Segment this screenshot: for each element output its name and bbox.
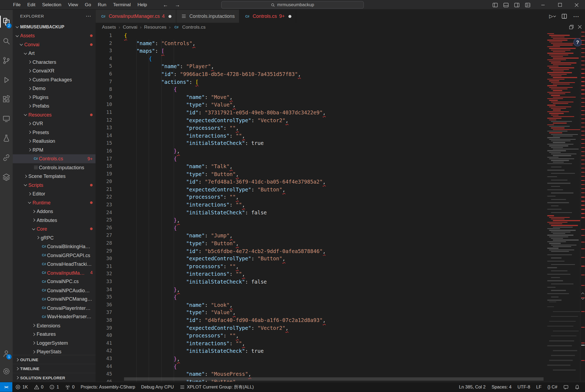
tree-item-convaixr[interactable]: ConvaiXR xyxy=(13,67,96,75)
tree-item-wavheaderparser-cs[interactable]: C#WavHeaderParser.cs xyxy=(13,312,96,321)
status-feedback[interactable] xyxy=(560,382,571,392)
tree-item-convaiinputma[interactable]: C#ConvaiInputMa…4 xyxy=(13,268,96,277)
status-ln-385-col-2[interactable]: Ln 385, Col 2 xyxy=(456,382,489,392)
tree-item-addons[interactable]: Addons xyxy=(13,207,96,216)
status-spaces-4[interactable]: Spaces: 4 xyxy=(488,382,514,392)
tree-item-extensions[interactable]: Extensions xyxy=(13,321,96,330)
tree-item-convainpcaudiom[interactable]: C#ConvaiNPCAudioM… xyxy=(13,286,96,295)
tree-item-convaiblinkinghan[interactable]: C#ConvaiBlinkingHan… xyxy=(13,242,96,251)
tree-item-convainpc-cs[interactable]: C#ConvaiNPC.cs xyxy=(13,277,96,286)
toggle-secondary-sidebar-icon[interactable] xyxy=(514,2,520,8)
menu-terminal[interactable]: Terminal xyxy=(110,0,134,9)
run-button[interactable]: ▷ xyxy=(549,14,555,19)
close-icon[interactable] xyxy=(577,25,582,29)
menu-selection[interactable]: Selection xyxy=(39,0,65,9)
menu-run[interactable]: Run xyxy=(94,0,110,9)
tab-convaiinputmanager-cs[interactable]: C#ConvaiInputManager.cs4 xyxy=(96,10,176,23)
status-utf-8[interactable]: UTF-8 xyxy=(514,382,533,392)
tree-item-convaiheadtrackin[interactable]: C#ConvaiHeadTrackin… xyxy=(13,260,96,268)
minimap[interactable] xyxy=(547,32,580,382)
horizontal-scrollbar[interactable] xyxy=(124,377,544,381)
tree-item-editor[interactable]: Editor xyxy=(13,190,96,198)
tree-item-prefabs[interactable]: Prefabs xyxy=(13,102,96,110)
tree-item-rpm[interactable]: RPM xyxy=(13,145,96,154)
status-list[interactable]: XPLOT Current Group: 所有(ALL) xyxy=(177,382,257,392)
activity-explorer[interactable]: 2 xyxy=(0,12,13,31)
toggle-primary-sidebar-icon[interactable] xyxy=(492,2,498,8)
tree-item-convai[interactable]: Convai xyxy=(13,40,96,49)
status-projects-assembly-csharp[interactable]: Projects: Assembly-CSharp xyxy=(78,382,138,392)
section-outline[interactable]: OUTLINE xyxy=(13,355,96,364)
activity-search[interactable] xyxy=(0,31,13,51)
activity-source-control[interactable] xyxy=(0,51,13,70)
menu-view[interactable]: View xyxy=(65,0,81,9)
status-warning[interactable]: 0 xyxy=(31,382,46,392)
menu-file[interactable]: File xyxy=(10,0,24,9)
command-center[interactable]: mrmuseumbackup xyxy=(221,1,364,9)
tree-item-scene-templates[interactable]: Scene Templates xyxy=(13,172,96,181)
activity-settings[interactable] xyxy=(0,362,13,380)
tree-item-grpc[interactable]: gRPC xyxy=(13,233,96,242)
activity-extensions[interactable] xyxy=(0,90,13,109)
maximize-icon[interactable] xyxy=(551,0,568,10)
status-ports[interactable]: 0 xyxy=(62,382,78,392)
chevron-down-icon[interactable] xyxy=(581,297,584,300)
tree-item-art[interactable]: Art xyxy=(13,49,96,58)
menu-go[interactable]: Go xyxy=(81,0,94,9)
activity-references[interactable] xyxy=(0,148,13,167)
tree-item-features[interactable]: Features xyxy=(13,330,96,338)
tab-controls-inputactions[interactable]: Controls.inputactions xyxy=(176,10,240,23)
tree-item-controls-cs[interactable]: C#Controls.cs9+ xyxy=(13,154,96,163)
tree-item-assets[interactable]: Assets xyxy=(13,31,96,40)
section-timeline[interactable]: TIMELINE xyxy=(13,364,96,373)
tree-item-playerstats[interactable]: PlayerStats xyxy=(13,347,96,355)
tree-item-resources[interactable]: Resources xyxy=(13,110,96,119)
remote-indicator[interactable]: >< xyxy=(0,382,12,392)
tree-item-plugins[interactable]: Plugins xyxy=(13,93,96,101)
more-actions-icon[interactable]: ⋯ xyxy=(86,13,91,19)
help-button[interactable]: ? xyxy=(573,38,581,46)
chevron-up-icon[interactable] xyxy=(581,293,584,296)
tree-item-convaigrpcapi-cs[interactable]: C#ConvaiGRPCAPI.cs xyxy=(13,251,96,260)
forward-arrow-icon[interactable]: → xyxy=(175,2,180,8)
tree-item-reallusion[interactable]: Reallusion xyxy=(13,137,96,145)
tree-item-custom-packages[interactable]: Custom Packages xyxy=(13,75,96,84)
tree-item-loggersystem[interactable]: LoggerSystem xyxy=(13,339,96,347)
activity-layers[interactable] xyxy=(0,167,13,187)
tab-controls-cs[interactable]: C#Controls.cs9+ xyxy=(240,10,296,23)
status-bell[interactable] xyxy=(571,382,583,392)
menu-edit[interactable]: Edit xyxy=(24,0,39,9)
minimize-icon[interactable] xyxy=(534,0,551,10)
close-icon[interactable] xyxy=(568,0,585,10)
menu-help[interactable]: Help xyxy=(134,0,150,9)
more-actions-icon[interactable]: ⋯ xyxy=(573,13,579,20)
tree-item-ovr[interactable]: OVR xyxy=(13,119,96,128)
workspace-root[interactable]: MRMUSEUMBACKUP xyxy=(13,22,96,31)
status-debug-any-cpu[interactable]: Debug Any CPU xyxy=(138,382,177,392)
tree-item-characters[interactable]: Characters xyxy=(13,58,96,67)
tree-item-scripts[interactable]: Scripts xyxy=(13,181,96,189)
breadcrumb-assets[interactable]: Assets xyxy=(102,25,116,30)
tree-item-attributes[interactable]: Attributes xyxy=(13,216,96,224)
status-lf[interactable]: LF xyxy=(533,382,544,392)
overview-ruler[interactable] xyxy=(580,32,585,382)
breadcrumb-convai[interactable]: Convai xyxy=(123,25,137,30)
restore-icon[interactable] xyxy=(569,25,574,29)
status-error[interactable]: 1K xyxy=(12,382,31,392)
split-editor-icon[interactable] xyxy=(561,14,567,19)
tree-item-demo[interactable]: Demo xyxy=(13,84,96,93)
activity-run-debug[interactable] xyxy=(0,70,13,90)
breadcrumb-resources[interactable]: Resources xyxy=(144,25,167,30)
tree-item-runtime[interactable]: Runtime xyxy=(13,198,96,207)
customize-layout-icon[interactable] xyxy=(525,2,531,8)
activity-remote-explorer[interactable] xyxy=(0,109,13,129)
tree-item-convaiplayerinterac[interactable]: C#ConvaiPlayerInterac… xyxy=(13,304,96,312)
status-c[interactable]: {} C# xyxy=(544,382,560,392)
activity-testing[interactable] xyxy=(0,128,13,148)
back-arrow-icon[interactable]: ← xyxy=(163,2,168,8)
activity-account[interactable]: 1 xyxy=(0,344,13,362)
breadcrumb-controls-cs[interactable]: Controls.cs xyxy=(182,25,205,30)
status-info[interactable]: 1 xyxy=(46,382,62,392)
code-editor[interactable]: 1234567891011121314151617181920212223242… xyxy=(96,32,547,382)
toggle-panel-icon[interactable] xyxy=(503,2,509,8)
